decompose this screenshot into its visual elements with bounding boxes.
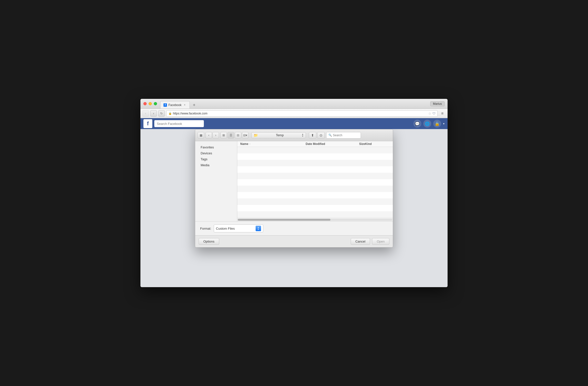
folder-arrows: ▲ ▼ [302,133,304,137]
title-bar: f Facebook × + Marius [140,99,448,109]
facebook-logo: f [143,119,152,128]
scrollbar-thumb[interactable] [238,219,330,221]
cancel-button[interactable]: Cancel [351,238,370,245]
folder-nav: ‹ › [206,132,219,138]
name-column-header[interactable]: Name ↑ [240,142,306,146]
back-folder-button[interactable]: ‹ [206,132,212,138]
file-row[interactable] [237,198,393,205]
menu-button[interactable]: ≡ [439,110,446,117]
folder-icon: 📁 [254,133,258,137]
lock-icon[interactable]: 🔒 [433,120,441,128]
browser-tab[interactable]: f Facebook × [160,101,190,109]
tab-favicon: f [163,103,167,107]
options-button[interactable]: Options [199,238,219,245]
cover-flow-button[interactable]: ⊟▾ [242,132,248,138]
user-badge: Marius [430,101,445,106]
sidebar-item-tags[interactable]: Tags [197,156,236,162]
chat-icon[interactable]: 💬 [413,120,421,128]
share-button[interactable]: ⬆ [309,132,316,138]
tab-close-button[interactable]: × [183,103,187,107]
forward-folder-button[interactable]: › [213,132,219,138]
file-row[interactable] [237,160,393,166]
back-button[interactable]: ‹ [142,110,149,117]
search-input[interactable] [333,134,359,137]
dialog-body: Favorites Devices Tags Media Name ↑ Date… [195,141,393,221]
close-button[interactable] [143,102,147,105]
forward-button[interactable]: › [150,110,157,117]
tag-button[interactable]: ⊙ [317,132,325,138]
bookmark-icon[interactable]: ☆ [428,111,431,115]
browser-window: f Facebook × + Marius ‹ › ↻ 🔒 https://ww… [140,99,448,287]
page-content: ▦ ‹ › ⊞ ☰ ⊟ ⊟▾ 📁 Temp ▲ ▼ [140,129,448,287]
shield-icon: 🛡 [432,112,435,115]
dialog-toolbar: ▦ ‹ › ⊞ ☰ ⊟ ⊟▾ 📁 Temp ▲ ▼ [195,129,393,141]
maximize-button[interactable] [154,102,157,105]
globe-icon[interactable]: 🌐 [423,120,431,128]
list-view-button[interactable]: ☰ [228,132,234,138]
file-row[interactable] [237,179,393,186]
format-select[interactable]: Custom Files ▲ ▼ [214,224,263,232]
file-list [237,147,393,218]
dialog-footer: Options Cancel Open [195,235,393,247]
new-tab-button[interactable]: + [191,102,198,109]
format-label: Format: [200,227,211,230]
sidebar-item-devices[interactable]: Devices [197,150,236,156]
footer-button-group: Cancel Open [351,238,389,245]
sidebar-item-favorites[interactable]: Favorites [197,144,236,150]
file-list-area: Name ↑ Date Modified Size Kind [237,141,393,221]
file-row[interactable] [237,186,393,192]
folder-name: Temp [276,133,284,137]
open-button[interactable]: Open [372,238,389,245]
account-dropdown[interactable]: ▾ [443,122,445,125]
icon-view-button[interactable]: ⊞ [220,132,227,138]
file-row[interactable] [237,166,393,173]
scrollbar-track [238,219,392,221]
minimize-button[interactable] [149,102,152,105]
facebook-search-input[interactable] [154,120,204,127]
file-dialog: ▦ ‹ › ⊞ ☰ ⊟ ⊟▾ 📁 Temp ▲ ▼ [195,129,393,248]
date-column-header[interactable]: Date Modified [306,142,345,146]
format-select-value: Custom Files [216,227,254,230]
format-bar: Format: Custom Files ▲ ▼ [195,221,393,235]
sidebar-toggle-button[interactable]: ▦ [198,132,204,138]
sidebar-toggle-icon: ▦ [200,134,202,137]
size-column-header[interactable]: Size [345,142,365,146]
folder-selector[interactable]: 📁 Temp ▲ ▼ [251,132,306,138]
column-view-button[interactable]: ⊟ [235,132,241,138]
sort-arrow: ↑ [249,143,251,145]
file-list-header: Name ↑ Date Modified Size Kind [237,141,393,147]
file-row[interactable] [237,205,393,211]
tab-title: Facebook [168,103,182,107]
sidebar-item-media[interactable]: Media [197,162,236,168]
dialog-sidebar: Favorites Devices Tags Media [195,141,237,221]
url-text: https://www.facebook.com [173,112,427,115]
file-row[interactable] [237,173,393,179]
address-bar[interactable]: 🔒 https://www.facebook.com ☆ 🛡 [166,110,438,117]
reload-button[interactable]: ↻ [158,110,165,117]
kind-column-header[interactable]: Kind [365,142,390,146]
search-icon: 🔍 [328,134,332,137]
file-row[interactable] [237,147,393,153]
file-row[interactable] [237,211,393,218]
view-buttons: ⊞ ☰ ⊟ ⊟▾ [220,132,248,138]
tab-bar: f Facebook × + [160,100,198,109]
facebook-toolbar: f 💬 🌐 🔒 ▾ [140,118,448,129]
dialog-search[interactable]: 🔍 [326,132,361,138]
file-row[interactable] [237,153,393,160]
format-select-arrow: ▲ ▼ [256,226,261,231]
nav-bar: ‹ › ↻ 🔒 https://www.facebook.com ☆ 🛡 ≡ [140,109,448,118]
action-buttons: ⬆ ⊙ [309,132,325,138]
horizontal-scrollbar[interactable] [237,218,393,221]
lock-icon: 🔒 [168,112,172,115]
traffic-lights [143,102,157,105]
file-row[interactable] [237,192,393,198]
